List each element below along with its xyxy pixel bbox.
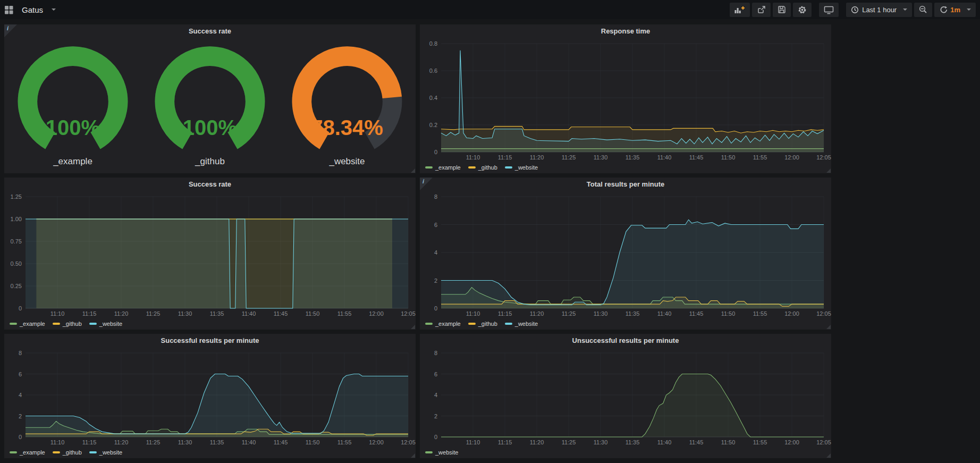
svg-text:12:00: 12:00 — [369, 310, 384, 317]
svg-text:11:20: 11:20 — [530, 439, 544, 445]
panel-title[interactable]: Success rate — [4, 24, 416, 38]
dashboard-dropdown-caret-icon[interactable] — [52, 9, 56, 11]
refresh-interval-caret-icon — [967, 9, 971, 11]
panel-resize-handle[interactable] — [826, 169, 831, 173]
svg-text:11:30: 11:30 — [178, 439, 192, 445]
legend-swatch — [10, 323, 17, 325]
svg-text:0.6: 0.6 — [429, 68, 437, 74]
time-range-picker-button[interactable]: Last 1 hour — [846, 3, 912, 17]
svg-text:11:40: 11:40 — [242, 439, 256, 445]
chart-area: 11:1011:1511:2011:2511:3011:3511:4011:45… — [4, 348, 416, 458]
panel-info-corner[interactable]: i — [4, 24, 17, 37]
legend-item-_website[interactable]: _website — [89, 449, 122, 456]
cycle-view-mode-button[interactable] — [819, 3, 839, 17]
svg-text:8: 8 — [434, 350, 437, 356]
chart-legend: _website — [420, 447, 831, 458]
legend-item-_github[interactable]: _github — [468, 321, 497, 327]
svg-text:12:00: 12:00 — [369, 439, 384, 445]
chart-plot[interactable]: 11:1011:1511:2011:2511:3011:3511:4011:45… — [4, 348, 416, 447]
panel-resize-handle[interactable] — [411, 169, 415, 173]
panel-title-text: Response time — [601, 27, 650, 35]
panel-title[interactable]: Response time — [420, 24, 831, 38]
panel-resize-handle[interactable] — [826, 453, 831, 458]
svg-text:11:25: 11:25 — [562, 439, 576, 445]
svg-text:0.75: 0.75 — [11, 238, 22, 245]
svg-text:1.00: 1.00 — [11, 216, 22, 222]
svg-text:12:05: 12:05 — [401, 310, 416, 317]
svg-text:11:35: 11:35 — [626, 154, 640, 161]
svg-text:11:10: 11:10 — [50, 310, 65, 317]
svg-text:4: 4 — [434, 392, 437, 398]
panel-resize-handle[interactable] — [411, 325, 415, 329]
gauge-label: _github — [195, 156, 225, 167]
zoom-out-time-button[interactable] — [914, 3, 932, 17]
chart-plot[interactable]: 11:1011:1511:2011:2511:3011:3511:4011:45… — [4, 191, 416, 318]
legend-item-_website[interactable]: _website — [89, 321, 122, 327]
legend-item-_example[interactable]: _example — [10, 321, 45, 327]
legend-item-_github[interactable]: _github — [468, 164, 497, 171]
svg-text:11:40: 11:40 — [657, 310, 672, 317]
svg-text:11:35: 11:35 — [210, 439, 224, 445]
save-icon — [778, 5, 786, 14]
legend-swatch — [468, 166, 476, 169]
panel-info-corner[interactable]: i — [420, 178, 433, 190]
legend-item-_example[interactable]: _example — [425, 164, 461, 171]
panel-success-rate-graph: Success rate 11:1011:1511:2011:2511:3011… — [4, 178, 416, 330]
panel-title[interactable]: Success rate — [4, 178, 416, 191]
chart-area: 11:1011:1511:2011:2511:3011:3511:4011:45… — [420, 38, 831, 173]
svg-text:0: 0 — [19, 305, 22, 312]
legend-swatch — [425, 451, 433, 453]
legend-item-_example[interactable]: _example — [425, 321, 461, 327]
info-icon: i — [423, 178, 424, 184]
svg-text:11:25: 11:25 — [562, 154, 576, 161]
legend-label: _example — [20, 321, 45, 327]
svg-text:11:20: 11:20 — [114, 439, 129, 445]
share-dashboard-button[interactable] — [752, 3, 771, 17]
legend-swatch — [425, 323, 433, 325]
gauge-_website[interactable]: 78.34%_website — [278, 38, 416, 173]
refresh-button[interactable]: 1m — [934, 3, 976, 17]
svg-text:0.2: 0.2 — [429, 122, 437, 128]
gauge-_example[interactable]: 100%_example — [4, 38, 141, 173]
svg-text:11:45: 11:45 — [274, 439, 288, 445]
gauge-label: _website — [329, 156, 365, 167]
legend-item-_website[interactable]: _website — [505, 164, 538, 171]
legend-item-_github[interactable]: _github — [53, 321, 82, 327]
panel-title[interactable]: Successful results per minute — [4, 334, 416, 348]
legend-swatch — [468, 323, 476, 325]
panel-title[interactable]: Total results per minute — [420, 178, 831, 191]
svg-text:11:10: 11:10 — [50, 439, 65, 445]
svg-text:11:10: 11:10 — [466, 439, 480, 445]
gear-icon — [798, 5, 807, 14]
panel-resize-handle[interactable] — [411, 453, 415, 458]
legend-item-_website[interactable]: _website — [425, 449, 458, 456]
zoom-out-icon — [919, 5, 927, 14]
grafana-apps-grid-icon[interactable] — [4, 5, 13, 14]
svg-text:4: 4 — [434, 249, 437, 256]
add-panel-button[interactable] — [730, 3, 750, 17]
legend-item-_example[interactable]: _example — [10, 449, 45, 456]
svg-text:11:25: 11:25 — [146, 310, 160, 317]
svg-text:0.25: 0.25 — [11, 283, 22, 289]
chart-area: 11:1011:1511:2011:2511:3011:3511:4011:45… — [420, 348, 831, 458]
svg-text:4: 4 — [19, 392, 22, 398]
chart-area: 11:1011:1511:2011:2511:3011:3511:4011:45… — [420, 191, 831, 330]
time-range-label: Last 1 hour — [862, 6, 897, 14]
panel-title[interactable]: Unsuccessful results per minute — [420, 334, 831, 348]
svg-text:11:55: 11:55 — [337, 439, 352, 445]
legend-item-_github[interactable]: _github — [53, 449, 82, 456]
chart-plot[interactable]: 11:1011:1511:2011:2511:3011:3511:4011:45… — [420, 38, 831, 162]
gauge-_github[interactable]: 100%_github — [141, 38, 278, 173]
panel-resize-handle[interactable] — [826, 325, 831, 329]
dashboard-title[interactable]: Gatus — [22, 5, 43, 14]
save-dashboard-button[interactable] — [773, 3, 791, 17]
dashboard-settings-button[interactable] — [793, 3, 812, 17]
chart-plot[interactable]: 11:1011:1511:2011:2511:3011:3511:4011:45… — [420, 191, 831, 318]
svg-text:11:15: 11:15 — [498, 154, 512, 161]
svg-text:6: 6 — [19, 371, 22, 377]
legend-label: _example — [435, 321, 461, 327]
panel-title-text: Successful results per minute — [161, 336, 259, 344]
chart-plot[interactable]: 11:1011:1511:2011:2511:3011:3511:4011:45… — [420, 348, 831, 447]
svg-text:11:50: 11:50 — [721, 439, 736, 445]
legend-item-_website[interactable]: _website — [505, 321, 538, 327]
